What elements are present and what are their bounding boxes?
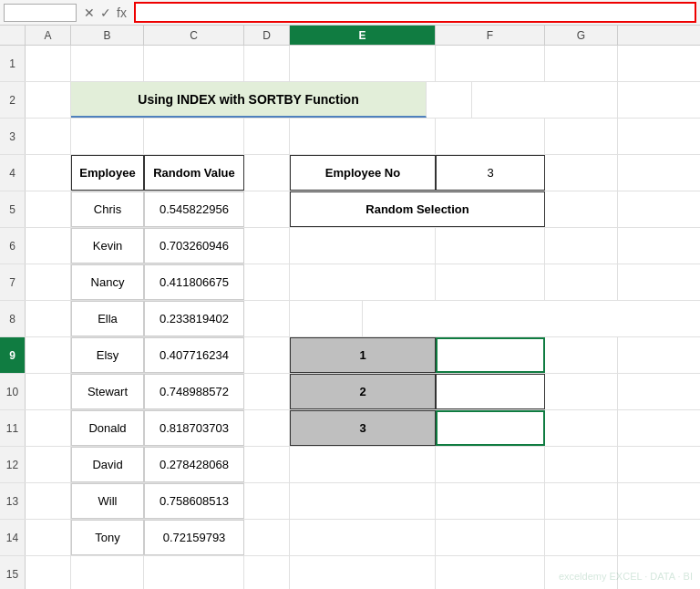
cell-f3[interactable] [436,119,545,154]
cell-d3[interactable] [244,119,290,154]
cell-a7[interactable] [26,264,71,300]
cell-e15[interactable] [290,556,436,589]
cell-g14[interactable] [545,520,618,555]
cell-d11[interactable] [244,410,290,446]
cell-d14[interactable] [244,520,290,555]
cell-g13[interactable] [545,483,618,519]
cell-f12[interactable] [436,447,545,482]
row-14: 14 Tony 0.72159793 [0,520,700,556]
row-header-15: 15 [0,556,26,589]
cell-a2[interactable] [26,82,71,118]
cell-f1[interactable] [436,46,545,81]
cell-a8[interactable] [26,301,71,336]
cell-b1[interactable] [71,46,144,81]
cell-d15[interactable] [244,556,290,589]
formula-input[interactable]: =SEQUENCE(F5) [134,2,696,23]
cell-e12[interactable] [290,447,436,482]
cell-c5: 0.545822956 [144,191,244,227]
row-header-11: 11 [0,410,26,446]
cell-d2[interactable] [427,82,472,118]
cell-a5[interactable] [26,191,71,227]
cell-f4-emp-no-val[interactable]: 3 [436,155,545,191]
cell-e3[interactable] [290,119,436,154]
cell-g12[interactable] [545,447,618,482]
cell-d8[interactable] [244,301,290,336]
fx-icon[interactable]: fx [117,5,127,20]
cell-f10-val2[interactable] [436,374,545,409]
cell-d4[interactable] [244,155,290,191]
cell-g9[interactable] [545,337,618,373]
cell-b13: Will [71,483,144,519]
col-header-a: A [26,26,71,45]
spreadsheet: A B C D E F G 1 2 Using INDEX with SORTB… [0,26,700,589]
row-header-7: 7 [0,264,26,300]
cell-c3[interactable] [144,119,244,154]
cell-d7[interactable] [244,264,290,300]
col-header-f: F [436,26,545,45]
cell-e11-seq3[interactable]: 3 [290,410,436,446]
cell-a11[interactable] [26,410,71,446]
confirm-icon[interactable]: ✓ [100,5,111,20]
cell-e2[interactable] [472,82,618,118]
cell-d6[interactable] [244,228,290,264]
cell-f7[interactable] [436,264,545,300]
cell-a12[interactable] [26,447,71,482]
cell-d9[interactable] [244,337,290,373]
cell-e9-seq1[interactable]: 1 [290,337,436,373]
cell-e10-seq2[interactable]: 2 [290,374,436,409]
row-6: 6 Kevin 0.703260946 [0,228,700,264]
watermark: exceldemy EXCEL · DATA · BI [559,571,693,582]
cell-c1[interactable] [144,46,244,81]
cell-e14[interactable] [290,520,436,555]
row-header-1: 1 [0,46,26,81]
cell-f2[interactable] [618,82,700,118]
cell-b8: Ella [71,301,144,336]
cell-d12[interactable] [244,447,290,482]
cell-a14[interactable] [26,520,71,555]
row-header-3: 3 [0,119,26,154]
cell-c12: 0.278428068 [144,447,244,482]
cell-g4[interactable] [545,155,618,191]
cell-a1[interactable] [26,46,71,81]
cell-e13[interactable] [290,483,436,519]
row-7: 7 Nancy 0.411806675 [0,264,700,301]
cell-f15[interactable] [436,556,545,589]
cancel-icon[interactable]: ✕ [84,5,95,20]
cell-d5[interactable] [244,191,290,227]
cell-d13[interactable] [244,483,290,519]
cell-e1[interactable] [290,46,436,81]
cell-d10[interactable] [244,374,290,409]
cell-e7[interactable] [290,264,436,300]
cell-b15[interactable] [71,556,144,589]
cell-g6[interactable] [545,228,618,264]
col-header-g: G [545,26,618,45]
cell-a15[interactable] [26,556,71,589]
cell-a13[interactable] [26,483,71,519]
cell-g5[interactable] [545,191,618,227]
cell-c8: 0.233819402 [144,301,244,336]
cell-f11-val3[interactable] [436,410,545,446]
cell-f14[interactable] [436,520,545,555]
cell-c9: 0.407716234 [144,337,244,373]
cell-a6[interactable] [26,228,71,264]
cell-a4[interactable] [26,155,71,191]
cell-g7[interactable] [545,264,618,300]
cell-a9[interactable] [26,337,71,373]
cell-b11: Donald [71,410,144,446]
cell-f6[interactable] [436,228,545,264]
cell-g8[interactable] [290,301,363,336]
cell-b3[interactable] [71,119,144,154]
cell-a3[interactable] [26,119,71,154]
row-header-9: 9 [0,337,26,373]
cell-a10[interactable] [26,374,71,409]
cell-f9-val1[interactable] [436,337,545,373]
cell-c15[interactable] [144,556,244,589]
cell-e6[interactable] [290,228,436,264]
cell-g1[interactable] [545,46,618,81]
cell-g11[interactable] [545,410,618,446]
cell-f13[interactable] [436,483,545,519]
cell-g10[interactable] [545,374,618,409]
name-box[interactable]: E9# [4,4,77,22]
cell-g3[interactable] [545,119,618,154]
cell-d1[interactable] [244,46,290,81]
